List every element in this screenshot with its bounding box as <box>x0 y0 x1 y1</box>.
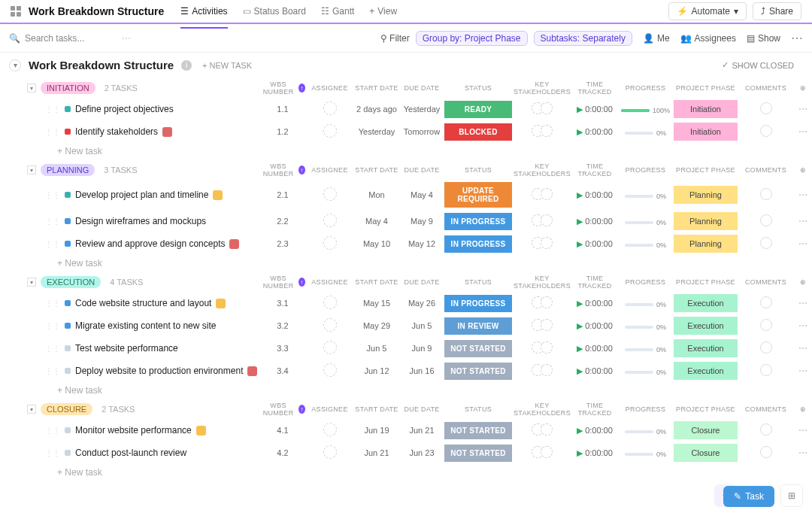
row-more[interactable]: ⋯ <box>794 104 812 114</box>
time-cell[interactable]: ▶0:00:00 <box>572 239 617 249</box>
col-progress[interactable]: PROGRESS <box>617 405 674 413</box>
wbs-cell[interactable]: 3.1 <box>260 299 305 308</box>
task-name-cell[interactable]: ⋮⋮ Define project objectives <box>27 104 260 114</box>
new-task-row[interactable]: + New task <box>0 464 812 481</box>
group-badge[interactable]: Closure <box>41 403 92 415</box>
progress-cell[interactable]: 0% <box>617 425 674 436</box>
status-cell[interactable]: NOT STARTED <box>444 340 512 357</box>
row-more[interactable]: ⋯ <box>794 425 812 436</box>
col-time[interactable]: TIME TRACKED <box>572 402 617 417</box>
col-progress[interactable]: PROGRESS <box>617 166 674 174</box>
task-row[interactable]: ⋮⋮ Identify stakeholders 1.2 Yesterday T… <box>0 120 812 143</box>
task-name-cell[interactable]: ⋮⋮ Identify stakeholders <box>27 126 260 137</box>
play-icon[interactable]: ▶ <box>577 299 583 308</box>
group-badge[interactable]: Execution <box>41 276 101 288</box>
col-status[interactable]: STATUS <box>444 278 512 286</box>
comments-cell[interactable] <box>738 446 794 460</box>
phase-cell[interactable]: Execution <box>674 317 738 335</box>
assignee-cell[interactable] <box>305 236 354 252</box>
due-date-cell[interactable]: Jun 21 <box>399 426 444 435</box>
task-name-cell[interactable]: ⋮⋮ Conduct post-launch review <box>27 448 260 458</box>
col-wbs[interactable]: WBS NUMBER↑ <box>260 162 305 178</box>
task-row[interactable]: ⋮⋮ Deploy website to production environm… <box>0 360 812 382</box>
phase-cell[interactable]: Closure <box>674 421 738 439</box>
progress-cell[interactable]: 0% <box>617 343 674 354</box>
progress-cell[interactable]: 0% <box>617 366 674 376</box>
col-time[interactable]: TIME TRACKED <box>572 275 617 290</box>
row-more[interactable]: ⋯ <box>794 343 812 354</box>
col-stakeholders[interactable]: KEY STAKEHOLDERS <box>512 275 572 290</box>
play-icon[interactable]: ▶ <box>577 217 583 226</box>
stakeholders-cell[interactable] <box>512 423 572 438</box>
start-date-cell[interactable]: May 15 <box>354 299 399 308</box>
phase-cell[interactable]: Initiation <box>674 100 738 118</box>
task-name-cell[interactable]: ⋮⋮ Design wireframes and mockups <box>27 216 260 226</box>
status-cell[interactable]: NOT STARTED <box>444 363 512 380</box>
assignee-cell[interactable] <box>305 318 354 334</box>
subtasks-pill[interactable]: Subtasks: Separately <box>534 31 632 46</box>
col-time[interactable]: TIME TRACKED <box>572 162 617 178</box>
start-date-cell[interactable]: Jun 19 <box>354 426 399 435</box>
row-more[interactable]: ⋯ <box>794 238 812 249</box>
status-cell[interactable]: READY <box>444 101 512 118</box>
stakeholders-cell[interactable] <box>512 341 572 356</box>
stakeholders-cell[interactable] <box>512 214 572 229</box>
play-icon[interactable]: ▶ <box>577 448 583 457</box>
task-row[interactable]: ⋮⋮ Test website performance 3.3 Jun 5 Ju… <box>0 337 812 360</box>
task-name-cell[interactable]: ⋮⋮ Develop project plan and timeline <box>27 190 260 200</box>
time-cell[interactable]: ▶0:00:00 <box>572 344 617 354</box>
status-cell[interactable]: IN REVIEW <box>444 317 512 335</box>
play-icon[interactable]: ▶ <box>577 190 583 199</box>
col-status[interactable]: STATUS <box>444 166 512 174</box>
row-more[interactable]: ⋯ <box>794 366 812 376</box>
more-menu[interactable]: ⋯ <box>791 31 803 45</box>
task-row[interactable]: ⋮⋮ Design wireframes and mockups 2.2 May… <box>0 210 812 232</box>
due-date-cell[interactable]: Tomorrow <box>399 127 444 136</box>
status-dot-icon[interactable] <box>65 323 71 329</box>
phase-cell[interactable]: Closure <box>674 444 738 462</box>
col-start[interactable]: START DATE <box>354 278 399 286</box>
status-dot-icon[interactable] <box>65 129 71 135</box>
add-column[interactable]: ⊕ <box>794 278 812 286</box>
col-stakeholders[interactable]: KEY STAKEHOLDERS <box>512 402 572 417</box>
col-phase[interactable]: PROJECT PHASE <box>674 166 738 174</box>
task-row[interactable]: ⋮⋮ Code website structure and layout 3.1… <box>0 292 812 314</box>
due-date-cell[interactable]: May 9 <box>399 217 444 226</box>
wbs-cell[interactable]: 4.1 <box>260 426 305 435</box>
play-icon[interactable]: ▶ <box>577 321 583 330</box>
status-dot-icon[interactable] <box>65 345 71 351</box>
search-input[interactable]: 🔍Search tasks... <box>9 33 84 44</box>
time-cell[interactable]: ▶0:00:00 <box>572 190 617 200</box>
col-due[interactable]: DUE DATE <box>399 166 444 174</box>
col-assignee[interactable]: ASSIGNEE <box>305 405 354 413</box>
time-cell[interactable]: ▶0:00:00 <box>572 321 617 331</box>
comments-cell[interactable] <box>738 237 794 251</box>
play-icon[interactable]: ▶ <box>577 344 583 353</box>
col-comments[interactable]: COMMENTS <box>738 166 794 174</box>
comments-cell[interactable] <box>738 214 794 229</box>
status-cell[interactable]: IN PROGRESS <box>444 295 512 312</box>
due-date-cell[interactable]: Jun 9 <box>399 344 444 353</box>
time-cell[interactable]: ▶0:00:00 <box>572 426 617 436</box>
assignee-cell[interactable] <box>305 214 354 229</box>
task-name-cell[interactable]: ⋮⋮ Migrate existing content to new site <box>27 320 260 331</box>
col-time[interactable]: TIME TRACKED <box>572 80 617 96</box>
play-icon[interactable]: ▶ <box>577 239 583 248</box>
stakeholders-cell[interactable] <box>512 125 572 139</box>
add-column[interactable]: ⊕ <box>794 84 812 92</box>
comments-cell[interactable] <box>738 125 794 139</box>
comments-cell[interactable] <box>738 188 794 202</box>
row-more[interactable]: ⋯ <box>794 298 812 308</box>
add-column[interactable]: ⊕ <box>794 405 812 413</box>
drag-handle-icon[interactable]: ⋮⋮ <box>45 240 60 248</box>
status-dot-icon[interactable] <box>65 427 71 433</box>
due-date-cell[interactable]: May 12 <box>399 239 444 248</box>
comments-cell[interactable] <box>738 341 794 356</box>
status-dot-icon[interactable] <box>65 300 71 306</box>
group-toggle[interactable]: ▾ <box>27 83 36 93</box>
task-name-cell[interactable]: ⋮⋮ Monitor website performance <box>27 425 260 436</box>
assignee-cell[interactable] <box>305 341 354 357</box>
tab-gantt[interactable]: ☷Gantt <box>321 2 354 22</box>
col-assignee[interactable]: ASSIGNEE <box>305 84 354 92</box>
col-phase[interactable]: PROJECT PHASE <box>674 84 738 92</box>
